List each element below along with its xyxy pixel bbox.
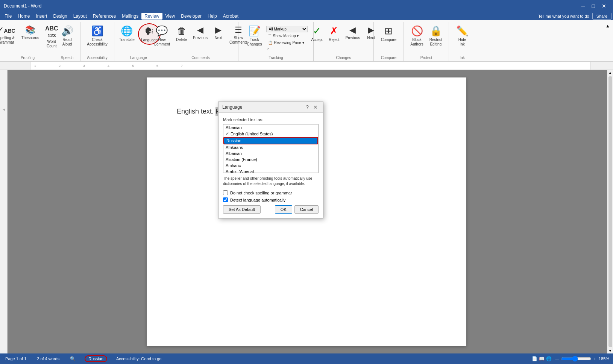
dialog-help-button[interactable]: ? bbox=[304, 104, 310, 110]
ribbon-collapse-button[interactable]: ▲ bbox=[604, 22, 611, 30]
no-check-spelling-label[interactable]: Do not check spelling or grammar bbox=[230, 191, 292, 195]
no-check-spelling-row: Do not check spelling or grammar bbox=[223, 190, 319, 195]
delete-comment-button[interactable]: 🗑 Delete bbox=[173, 23, 190, 44]
view-buttons: 📄 📖 🌐 bbox=[532, 356, 552, 361]
previous-comment-button[interactable]: ◀ Previous bbox=[190, 23, 210, 42]
dialog-title-bar: Language ? ✕ bbox=[218, 102, 323, 113]
menu-developer[interactable]: Developer bbox=[178, 13, 205, 20]
zoom-level[interactable]: 185% bbox=[599, 356, 609, 361]
title-bar-controls: ─ □ ✕ bbox=[578, 2, 609, 11]
listbox-item-russian[interactable]: Russian bbox=[223, 137, 318, 144]
ruler-inner: 1 2 3 4 5 6 7 bbox=[30, 62, 590, 70]
reject-button[interactable]: ✗ Reject bbox=[326, 23, 342, 44]
compare-icon: ⊞ bbox=[384, 25, 393, 37]
menu-acrobat[interactable]: Acrobat bbox=[220, 13, 241, 20]
ribbon-group-protect: 🚫 BlockAuthors 🔒 RestrictEditing Protect bbox=[404, 22, 449, 61]
translate-button[interactable]: 🌐 Translate bbox=[117, 23, 137, 44]
minimize-btn[interactable]: ─ bbox=[578, 2, 588, 11]
menu-design[interactable]: Design bbox=[50, 13, 70, 20]
no-check-spelling-checkbox[interactable] bbox=[223, 190, 228, 195]
previous-change-button[interactable]: ◀ Previous bbox=[343, 23, 363, 42]
print-layout-btn[interactable]: 📄 bbox=[532, 356, 537, 361]
ruler: 1 2 3 4 5 6 7 bbox=[0, 62, 613, 70]
zoom-out-button[interactable]: ─ bbox=[555, 356, 559, 362]
english-text: English text. bbox=[177, 108, 214, 115]
new-comment-button[interactable]: 💬 NewComment bbox=[151, 23, 173, 49]
markup-dropdown[interactable]: All Markup Simple Markup No Markup Origi… bbox=[266, 26, 308, 32]
maximize-btn[interactable]: □ bbox=[589, 2, 598, 11]
word-count-indicator[interactable]: 2 of 4 words bbox=[35, 356, 61, 362]
reviewing-pane-button[interactable]: 📋 Reviewing Pane ▾ bbox=[266, 39, 308, 46]
dialog-controls: ? ✕ bbox=[304, 104, 319, 110]
compare-button[interactable]: ⊞ Compare bbox=[378, 23, 399, 44]
next-comment-button[interactable]: ▶ Next bbox=[211, 23, 226, 42]
ok-cancel-group: OK Cancel bbox=[275, 205, 319, 214]
language-listbox[interactable]: Albanian ✓ English (United States) Russi… bbox=[223, 124, 319, 173]
check-mark: ✓ bbox=[226, 131, 229, 136]
ribbon: ✓ABC Spelling &Grammar 📚 Thesaurus ABC12… bbox=[0, 20, 613, 62]
accessibility-indicator[interactable]: Accessibility: Good to go bbox=[115, 356, 163, 362]
page-indicator[interactable]: Page 1 of 1 bbox=[4, 356, 28, 362]
app-title: Document1 - Word bbox=[4, 3, 41, 9]
next-change-icon: ▶ bbox=[368, 25, 374, 35]
show-markup-button[interactable]: ☰ Show Markup ▾ bbox=[266, 33, 308, 39]
hide-ink-button[interactable]: ✏️ HideInk bbox=[454, 23, 471, 49]
tracking-dialog-launcher[interactable]: ↗ bbox=[266, 47, 308, 51]
restrict-editing-button[interactable]: 🔒 RestrictEditing bbox=[427, 23, 445, 49]
cancel-button[interactable]: Cancel bbox=[294, 205, 319, 214]
scroll-up-button[interactable]: ▲ bbox=[608, 71, 612, 75]
read-mode-btn[interactable]: 📖 bbox=[539, 356, 545, 361]
listbox-item-albanian[interactable]: Albanian bbox=[223, 150, 318, 156]
zoom-in-button[interactable]: + bbox=[593, 356, 596, 362]
language-indicator[interactable]: Russian bbox=[85, 355, 107, 362]
detect-language-label[interactable]: Detect language automatically bbox=[230, 198, 285, 202]
previous-icon: ◀ bbox=[197, 25, 203, 35]
thesaurus-button[interactable]: 📚 Thesaurus bbox=[19, 23, 42, 42]
detect-language-checkbox[interactable] bbox=[223, 197, 228, 202]
compare-label: Compare bbox=[374, 56, 404, 60]
show-markup-icon: ☰ bbox=[268, 34, 272, 38]
prev-change-icon: ◀ bbox=[349, 25, 356, 35]
share-button[interactable]: Share bbox=[592, 13, 611, 20]
restrict-editing-icon: 🔒 bbox=[430, 25, 442, 37]
ribbon-group-changes: ✓ Accept ✗ Reject ◀ Previous ▶ Next Chan… bbox=[314, 22, 374, 61]
track-changes-button[interactable]: 📝 TrackChanges bbox=[244, 23, 264, 49]
menu-review[interactable]: Review bbox=[141, 13, 162, 20]
block-authors-button[interactable]: 🚫 BlockAuthors bbox=[408, 23, 426, 49]
tell-me-input[interactable]: Tell me what you want to do bbox=[538, 14, 589, 18]
zoom-slider[interactable] bbox=[561, 356, 591, 362]
ok-button[interactable]: OK bbox=[275, 205, 292, 214]
menu-home[interactable]: Home bbox=[15, 13, 33, 20]
menu-view[interactable]: View bbox=[162, 13, 178, 20]
close-btn[interactable]: ✕ bbox=[599, 2, 609, 11]
accessibility-label: Accessibility bbox=[80, 56, 114, 60]
read-aloud-icon: 🔊 bbox=[61, 25, 73, 37]
listbox-item-afrikaans[interactable]: Afrikaans bbox=[223, 144, 318, 150]
set-as-default-button[interactable]: Set As Default bbox=[223, 205, 261, 214]
menu-insert[interactable]: Insert bbox=[33, 13, 50, 20]
vertical-scrollbar[interactable]: ▲ ▼ bbox=[607, 70, 613, 353]
dialog-close-button[interactable]: ✕ bbox=[312, 104, 319, 110]
listbox-item-alsatian[interactable]: Alsatian (France) bbox=[223, 156, 318, 162]
scroll-down-button[interactable]: ▼ bbox=[608, 349, 612, 353]
zoom-bar: ─ + 185% bbox=[555, 356, 609, 362]
menu-layout[interactable]: Layout bbox=[70, 13, 90, 20]
language-dialog[interactable]: Language ? ✕ Mark selected text as: Alba… bbox=[218, 102, 323, 218]
menu-mailings[interactable]: Mailings bbox=[119, 13, 141, 20]
listbox-item-english[interactable]: ✓ English (United States) bbox=[223, 130, 318, 137]
check-accessibility-button[interactable]: ♿ CheckAccessibility bbox=[84, 23, 110, 49]
web-layout-btn[interactable]: 🌐 bbox=[546, 356, 552, 361]
menu-file[interactable]: File bbox=[2, 13, 15, 20]
menu-references[interactable]: References bbox=[90, 13, 119, 20]
menu-help[interactable]: Help bbox=[205, 13, 220, 20]
reviewing-pane-icon: 📋 bbox=[268, 41, 273, 45]
scroll-thumb[interactable] bbox=[608, 76, 612, 347]
protect-label: Protect bbox=[404, 56, 449, 60]
read-aloud-button[interactable]: 🔊 ReadAloud bbox=[59, 23, 76, 49]
accept-button[interactable]: ✓ Accept bbox=[309, 23, 326, 44]
listbox-item-arabic-algeria[interactable]: Arabic (Algeria) bbox=[223, 168, 318, 173]
listbox-item-amharic[interactable]: Amharic bbox=[223, 162, 318, 168]
spelling-grammar-button[interactable]: ✓ABC Spelling &Grammar bbox=[0, 23, 18, 47]
hide-ink-icon: ✏️ bbox=[456, 25, 468, 37]
listbox-item-albanian-top[interactable]: Albanian bbox=[223, 124, 318, 130]
